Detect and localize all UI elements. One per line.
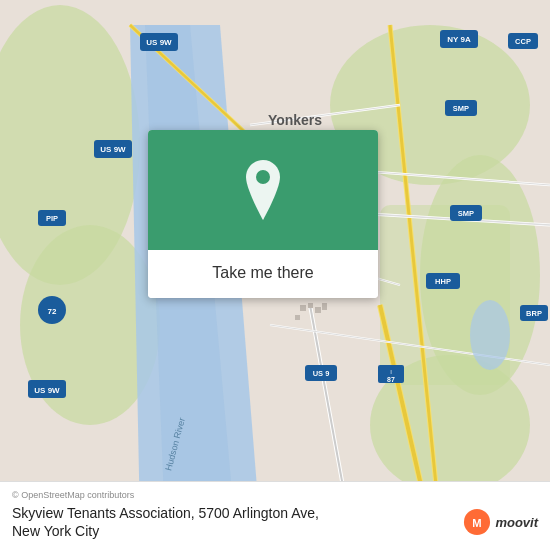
location-pin-icon: [239, 160, 287, 220]
svg-text:87: 87: [387, 376, 395, 383]
svg-text:SMP: SMP: [453, 104, 469, 113]
svg-text:HHP: HHP: [435, 277, 451, 286]
svg-text:US 9W: US 9W: [146, 38, 172, 47]
moovit-brand-text: moovit: [495, 515, 538, 530]
svg-point-59: [470, 300, 510, 370]
svg-text:US 9: US 9: [313, 369, 330, 378]
svg-text:CCP: CCP: [515, 37, 531, 46]
svg-text:US 9W: US 9W: [100, 145, 126, 154]
svg-text:BRP: BRP: [526, 309, 542, 318]
svg-rect-64: [322, 303, 327, 310]
map-container: US 9W US 9W US 9W NY 9A SMP SMP CCP PIP …: [0, 0, 550, 550]
svg-text:72: 72: [48, 307, 57, 316]
svg-rect-60: [300, 305, 306, 311]
svg-text:NY 9A: NY 9A: [447, 35, 471, 44]
svg-rect-62: [315, 307, 321, 313]
svg-rect-61: [308, 303, 313, 308]
svg-text:Yonkers: Yonkers: [268, 112, 322, 128]
bottom-bar: © OpenStreetMap contributors Skyview Ten…: [0, 481, 550, 550]
take-me-there-button[interactable]: Take me there: [164, 260, 362, 286]
moovit-icon: M: [463, 508, 491, 536]
osm-attribution: © OpenStreetMap contributors: [12, 490, 538, 500]
svg-text:SMP: SMP: [458, 209, 474, 218]
svg-text:US 9W: US 9W: [34, 386, 60, 395]
location-card: Take me there: [148, 130, 378, 298]
svg-rect-63: [295, 315, 300, 320]
svg-point-65: [256, 170, 270, 184]
location-name: Skyview Tenants Association, 5700 Arling…: [12, 504, 538, 540]
svg-text:M: M: [473, 517, 482, 529]
card-button-section: Take me there: [148, 250, 378, 298]
moovit-logo: M moovit: [463, 508, 538, 536]
svg-text:PIP: PIP: [46, 214, 58, 223]
card-green-section: [148, 130, 378, 250]
